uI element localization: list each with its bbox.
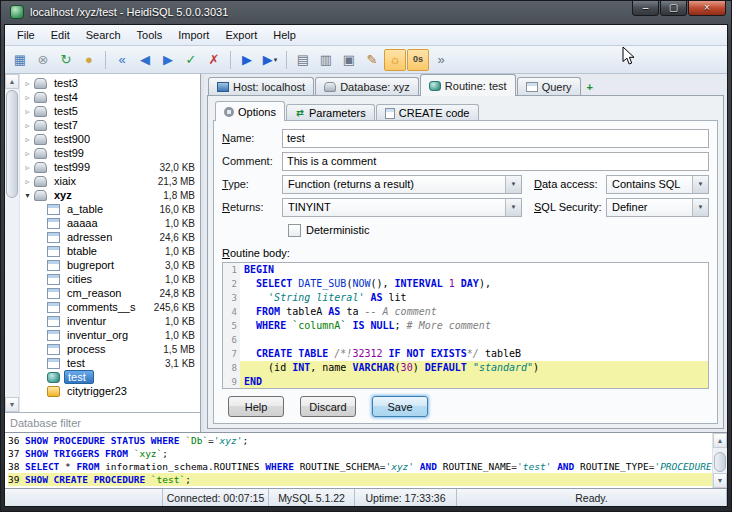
name-input[interactable] <box>282 129 709 148</box>
tree-item-comments__s[interactable]: comments__s245,6 KB <box>20 300 200 314</box>
load-sql-file-button[interactable]: ▤ <box>292 49 314 71</box>
tab-parameters[interactable]: ⇄Parameters <box>286 104 375 121</box>
tree-item-test4[interactable]: ▹test4 <box>20 90 200 104</box>
scroll-track[interactable] <box>5 199 19 397</box>
routine-body-editor[interactable]: 1BEGIN2 SELECT DATE_SUB(NOW(), INTERVAL … <box>222 262 709 389</box>
tree-item-test5[interactable]: ▹test5 <box>20 104 200 118</box>
minimize-button[interactable]: – <box>632 0 659 16</box>
save-button[interactable]: Save <box>372 396 428 417</box>
sql-security-select[interactable]: Definer ▼ <box>606 198 709 217</box>
type-select[interactable]: Function (returns a result) ▼ <box>282 175 522 194</box>
new-query-tab-button[interactable]: + <box>582 77 598 96</box>
tree-item-xyz[interactable]: ▾xyz1,8 MB <box>20 188 200 202</box>
user-manager-button[interactable]: ● <box>78 49 100 71</box>
session-manager-button[interactable]: ▦ <box>9 49 31 71</box>
tree-item-test999[interactable]: ▹test99932,0 KB <box>20 160 200 174</box>
tree-item-test3[interactable]: ▹test3 <box>20 76 200 90</box>
nav-prev-button[interactable]: ◀ <box>134 49 156 71</box>
menu-import[interactable]: Import <box>170 27 217 43</box>
tab-query[interactable]: Query <box>517 77 581 96</box>
menu-tools[interactable]: Tools <box>129 27 171 43</box>
tab-routine[interactable]: Routine: test <box>420 74 516 96</box>
tree-item-test[interactable]: test <box>20 370 200 384</box>
scroll-track[interactable] <box>713 448 727 451</box>
log-text: SHOW PROCEDURE STATUS WHERE `Db`='xyz'; <box>25 434 248 447</box>
tree-item-inventur[interactable]: inventur1,0 KB <box>20 314 200 328</box>
tree-item-test7[interactable]: ▹test7 <box>20 118 200 132</box>
scroll-up-icon[interactable]: ▲ <box>5 74 19 89</box>
tree-item-cm_reason[interactable]: cm_reason24,8 KB <box>20 286 200 300</box>
refresh-button[interactable]: ↻ <box>55 49 77 71</box>
copy-sql-button[interactable]: ▣ <box>338 49 360 71</box>
tree-item-xiaix[interactable]: ▹xiaix21,3 MB <box>20 174 200 188</box>
user-manager-icon: ● <box>85 53 93 66</box>
database-filter-input[interactable] <box>5 412 200 432</box>
log-scrollbar[interactable]: ▲ ▼ <box>712 433 727 488</box>
help-button[interactable]: Help <box>228 396 284 417</box>
scroll-down-icon[interactable]: ▼ <box>5 397 19 412</box>
expand-arrow-icon[interactable]: ▹ <box>22 79 33 88</box>
expand-arrow-icon[interactable]: ▹ <box>22 149 33 158</box>
tree-item-bugreport[interactable]: bugreport3,0 KB <box>20 258 200 272</box>
tree-scrollbar[interactable]: ▲ ▼ <box>5 74 20 412</box>
tree-item-test900[interactable]: ▹test900 <box>20 132 200 146</box>
tree-item-btable[interactable]: btable1,0 KB <box>20 244 200 258</box>
tree-item-aaaaa[interactable]: aaaaa1,0 KB <box>20 216 200 230</box>
nav-first-button[interactable]: « <box>111 49 133 71</box>
tree-item-label: bugreport <box>64 259 117 271</box>
expand-arrow-icon[interactable]: ▹ <box>22 93 33 102</box>
menu-export[interactable]: Export <box>217 27 265 43</box>
expand-arrow-icon[interactable]: ▹ <box>22 135 33 144</box>
tree-item-inventur_org[interactable]: inventur_org1,0 KB <box>20 328 200 342</box>
tree-item-citytrigger23[interactable]: citytrigger23 <box>20 384 200 398</box>
save-sql-button[interactable]: ▥ <box>315 49 337 71</box>
expand-arrow-icon[interactable]: ▹ <box>22 177 33 186</box>
expand-arrow-icon[interactable]: ▾ <box>22 191 33 200</box>
menu-search[interactable]: Search <box>78 27 129 43</box>
execute-sql-button[interactable]: ▶ <box>236 49 258 71</box>
discard-button[interactable]: Discard <box>300 396 356 417</box>
tree-item-test99[interactable]: ▹test99 <box>20 146 200 160</box>
expand-arrow-icon[interactable]: ▹ <box>22 121 33 130</box>
toolbar-separator <box>230 51 231 69</box>
apply-changes-button[interactable]: ✓ <box>180 49 202 71</box>
execute-sql-menu-button[interactable]: ▶▾ <box>259 49 281 71</box>
menu-help[interactable]: Help <box>265 27 304 43</box>
snippets-button[interactable]: » <box>430 49 452 71</box>
tab-database[interactable]: Database: xyz <box>315 77 419 96</box>
sql-log-panel[interactable]: 36SHOW PROCEDURE STATUS WHERE `Db`='xyz'… <box>5 432 727 488</box>
discard-changes-button[interactable]: ✗ <box>203 49 225 71</box>
title-bar[interactable]: localhost /xyz/test - HeidiSQL 5.0.0.303… <box>4 0 728 24</box>
menu-file[interactable]: File <box>9 27 43 43</box>
tree-item-a_table[interactable]: a_table16,0 KB <box>20 202 200 216</box>
tab-options[interactable]: Options <box>215 101 285 121</box>
tab-host[interactable]: Host: localhost <box>208 77 314 96</box>
trigger-icon <box>47 386 60 397</box>
deterministic-checkbox[interactable] <box>288 224 301 237</box>
scroll-thumb[interactable] <box>714 452 726 472</box>
query-timer-button[interactable]: 0s <box>407 49 429 71</box>
returns-select[interactable]: TINYINT ▼ <box>282 198 522 217</box>
nav-next-button[interactable]: ▶ <box>157 49 179 71</box>
comment-input[interactable] <box>282 152 709 171</box>
tree-item-cities[interactable]: cities1,0 KB <box>20 272 200 286</box>
expand-arrow-icon[interactable]: ▹ <box>22 163 33 172</box>
data-access-select[interactable]: Contains SQL ▼ <box>606 175 709 194</box>
scroll-up-icon[interactable]: ▲ <box>713 433 727 448</box>
close-button[interactable]: × <box>688 0 726 16</box>
scroll-down-icon[interactable]: ▼ <box>713 473 727 488</box>
disconnect-button[interactable]: ⊗ <box>32 49 54 71</box>
maximize-button[interactable]: ▢ <box>660 0 687 16</box>
log-line-36: 36SHOW PROCEDURE STATUS WHERE `Db`='xyz'… <box>8 434 712 447</box>
scroll-thumb[interactable] <box>6 90 18 198</box>
tree-item-label: xyz <box>51 189 75 201</box>
tab-create-code[interactable]: CREATE code <box>376 104 479 121</box>
code-completion-button[interactable]: ☼ <box>384 49 406 71</box>
edit-sql-button[interactable]: ✎ <box>361 49 383 71</box>
expand-arrow-icon[interactable]: ▹ <box>22 107 33 116</box>
tree-item-adressen[interactable]: adressen24,6 KB <box>20 230 200 244</box>
tree-item-process[interactable]: process1,5 MB <box>20 342 200 356</box>
menu-edit[interactable]: Edit <box>43 27 78 43</box>
tree-item-test[interactable]: test3,1 KB <box>20 356 200 370</box>
tree-item-size: 1,8 MB <box>163 190 200 201</box>
